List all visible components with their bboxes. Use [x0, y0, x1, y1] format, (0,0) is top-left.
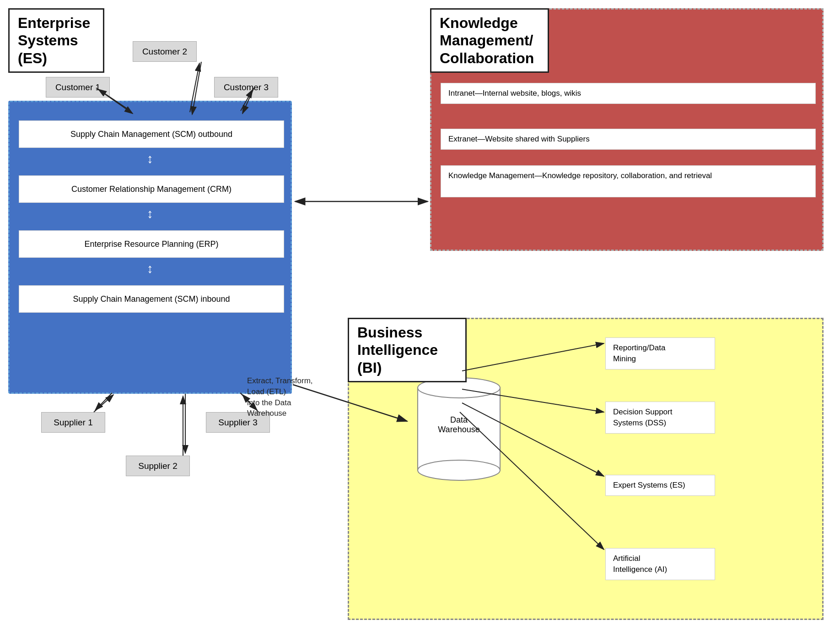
- bi-dss: Decision Support Systems (DSS): [605, 402, 715, 434]
- customer-1-box: Customer 1: [46, 77, 110, 98]
- km-title: Knowledge Management/ Collaboration: [440, 14, 539, 67]
- km-knowledge-mgmt: Knowledge Management—Knowledge repositor…: [441, 165, 816, 197]
- customer-2-box: Customer 2: [133, 41, 197, 62]
- data-warehouse-label: Data Warehouse: [429, 415, 489, 435]
- bi-expert: Expert Systems (ES): [605, 475, 715, 496]
- arrow-crm-erp: ↕: [147, 207, 153, 221]
- es-title: Enterprise Systems (ES): [18, 14, 95, 67]
- km-extranet: Extranet—Website shared with Suppliers: [441, 129, 816, 150]
- arrow-scm-crm: ↕: [147, 152, 153, 166]
- diagram-container: Enterprise Systems (ES) Customer 1 Custo…: [0, 0, 840, 625]
- bi-title: Business Intelligence (BI): [357, 324, 457, 376]
- supplier-1-box: Supplier 1: [41, 412, 105, 433]
- km-title-box: Knowledge Management/ Collaboration: [430, 8, 549, 73]
- es-area: Supply Chain Management (SCM) outbound ↕…: [8, 101, 292, 394]
- scm-outbound-box: Supply Chain Management (SCM) outbound: [19, 120, 284, 148]
- bi-title-box: Business Intelligence (BI): [348, 318, 467, 382]
- es-label-box: Enterprise Systems (ES): [8, 8, 104, 73]
- bi-reporting: Reporting/Data Mining: [605, 337, 715, 370]
- bi-ai: Artificial Intelligence (AI): [605, 548, 715, 580]
- arrow-erp-scm: ↕: [147, 261, 153, 276]
- etl-label: Extract, Transform, Load (ETL) into the …: [247, 375, 339, 419]
- customer-3-box: Customer 3: [214, 77, 278, 98]
- data-warehouse-container: Data Warehouse: [413, 374, 505, 490]
- supplier-2-box: Supplier 2: [126, 456, 190, 476]
- erp-box: Enterprise Resource Planning (ERP): [19, 230, 284, 258]
- crm-box: Customer Relationship Management (CRM): [19, 175, 284, 203]
- svg-point-2: [418, 460, 500, 480]
- scm-inbound-box: Supply Chain Management (SCM) inbound: [19, 285, 284, 313]
- arrow-sup1-scm: [94, 395, 113, 412]
- km-intranet: Intranet—Internal website, blogs, wikis: [441, 83, 816, 104]
- arrow-scm-sup1: [95, 393, 112, 410]
